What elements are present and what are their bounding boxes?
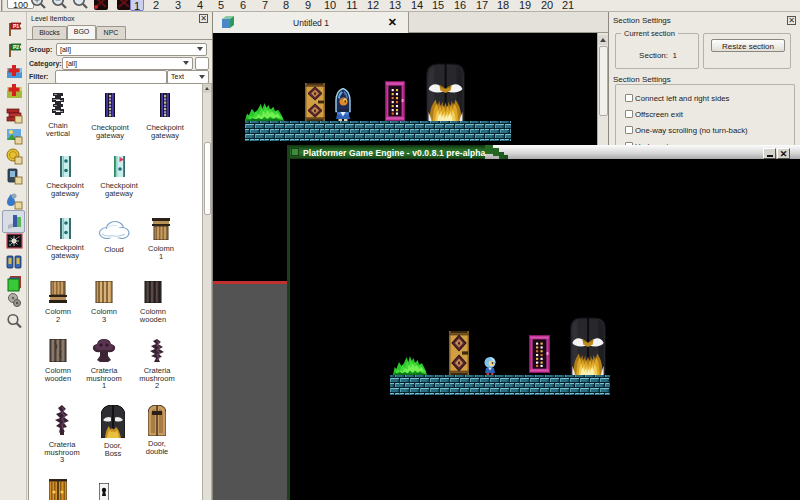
svg-text:P2: P2 <box>13 44 19 50</box>
svg-text:P1: P1 <box>13 23 19 29</box>
